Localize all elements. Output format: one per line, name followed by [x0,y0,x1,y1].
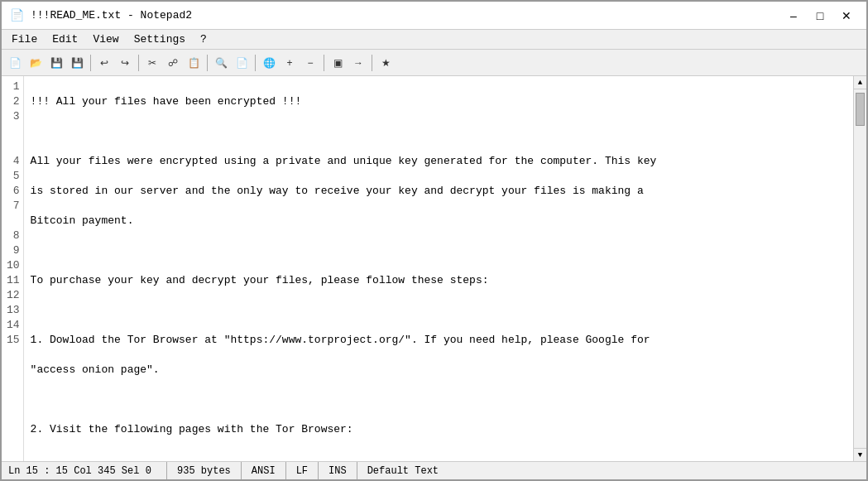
line-9: 2. Visit the following pages with the To… [31,422,853,437]
scrollbar[interactable]: ▲ ▼ [853,76,866,461]
find-button[interactable]: 🔍 [211,53,231,73]
sep5 [324,55,324,71]
editor-container: 1 2 3 4 5 6 7 8 9 10 11 12 13 14 15 !!! … [2,76,866,461]
line-3: All your files were encrypted using a pr… [31,154,853,169]
menu-bar: File Edit View Settings ? [2,30,866,50]
editor-text[interactable]: !!! All your files have been encrypted !… [24,76,853,461]
sep6 [372,55,372,71]
sep4 [255,55,256,71]
sep2 [138,55,139,71]
line-numbers: 1 2 3 4 5 6 7 8 9 10 11 12 13 14 15 [2,76,24,461]
line-10 [31,452,853,461]
line-5: To purchase your key and decrypt your fi… [31,273,853,288]
paste-button[interactable]: 📋 [184,53,204,73]
sep1 [90,55,91,71]
undo-button[interactable]: ↩ [94,53,114,73]
minimize-button[interactable]: – [782,7,805,25]
status-text-scheme: Default Text [357,462,448,479]
line-7: 1. Dowload the Tor Browser at "https://w… [31,333,853,348]
select-all-button[interactable]: ▣ [328,53,348,73]
sep3 [207,55,208,71]
search-web-button[interactable]: 🌐 [259,53,279,73]
title-bar-controls: – □ ✕ [782,7,858,25]
menu-help[interactable]: ? [194,31,213,47]
status-size: 935 bytes [167,462,242,479]
line-3b: is stored in our server and the only way… [31,184,853,199]
title-bar-left: 📄 !!!READ_ME.txt - Notepad2 [10,8,192,22]
zoom-out-button[interactable]: − [300,53,320,73]
status-bar: Ln 15 : 15 Col 345 Sel 0 935 bytes ANSI … [2,461,866,479]
status-mode: INS [319,462,357,479]
line-6 [31,303,853,318]
redo-button[interactable]: ↪ [115,53,135,73]
menu-settings[interactable]: Settings [127,31,192,47]
toolbar: 📄 📂 💾 💾 ↩ ↪ ✂ ☍ 📋 🔍 📄 🌐 + − ▣ → ★ [2,50,866,76]
save-as-button[interactable]: 💾 [46,53,66,73]
app-icon: 📄 [10,8,24,22]
replace-button[interactable]: 📄 [232,53,252,73]
new-button[interactable]: 📄 [5,53,25,73]
line-4 [31,243,853,258]
save-button[interactable]: 💾 [67,53,87,73]
close-button[interactable]: ✕ [835,7,858,25]
bookmarks-button[interactable]: ★ [376,53,396,73]
window-title: !!!READ_ME.txt - Notepad2 [31,9,192,22]
line-2 [31,124,853,139]
zoom-in-button[interactable]: + [280,53,300,73]
line-1: !!! All your files have been encrypted !… [31,94,853,109]
line-3c: Bitcoin payment. [31,214,853,228]
status-position: Ln 15 : 15 Col 345 Sel 0 [2,462,167,479]
menu-edit[interactable]: Edit [46,31,84,47]
open-button[interactable]: 📂 [26,53,46,73]
line-8 [31,392,853,407]
menu-file[interactable]: File [5,31,44,47]
goto-line-button[interactable]: → [348,53,368,73]
menu-view[interactable]: View [86,31,125,47]
copy-button[interactable]: ☍ [163,53,183,73]
cut-button[interactable]: ✂ [142,53,162,73]
status-encoding: ANSI [242,462,286,479]
maximize-button[interactable]: □ [808,7,832,25]
line-7b: "access onion page". [31,363,853,378]
title-bar: 📄 !!!READ_ME.txt - Notepad2 – □ ✕ [2,2,866,30]
status-line-ending: LF [286,462,319,479]
